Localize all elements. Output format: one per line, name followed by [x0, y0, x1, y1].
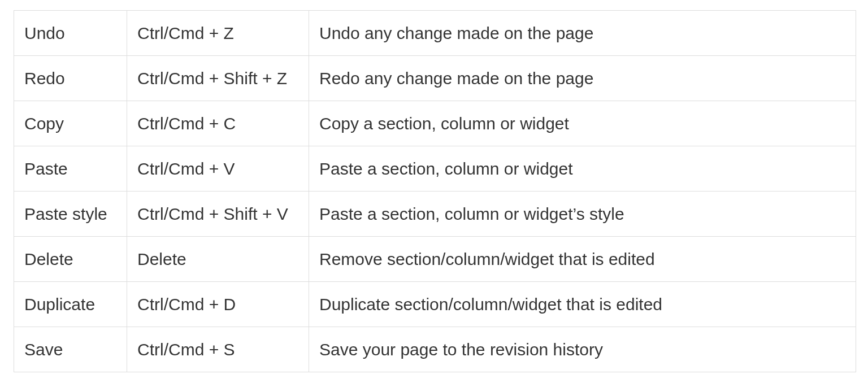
description-cell: Undo any change made on the page — [309, 11, 856, 56]
shortcut-cell: Ctrl/Cmd + Shift + V — [127, 192, 309, 237]
action-cell: Paste — [14, 146, 127, 192]
table-row: Undo Ctrl/Cmd + Z Undo any change made o… — [14, 11, 856, 56]
shortcut-cell: Ctrl/Cmd + S — [127, 327, 309, 372]
table-row: Delete Delete Remove section/column/widg… — [14, 237, 856, 282]
action-cell: Undo — [14, 11, 127, 56]
action-cell: Redo — [14, 56, 127, 101]
description-cell: Save your page to the revision history — [309, 327, 856, 372]
shortcuts-table: Undo Ctrl/Cmd + Z Undo any change made o… — [14, 10, 856, 372]
table-row: Save Ctrl/Cmd + S Save your page to the … — [14, 327, 856, 372]
table-row: Duplicate Ctrl/Cmd + D Duplicate section… — [14, 282, 856, 327]
action-cell: Save — [14, 327, 127, 372]
shortcut-cell: Ctrl/Cmd + C — [127, 101, 309, 146]
description-cell: Duplicate section/column/widget that is … — [309, 282, 856, 327]
action-cell: Paste style — [14, 192, 127, 237]
description-cell: Remove section/column/widget that is edi… — [309, 237, 856, 282]
table-row: Paste style Ctrl/Cmd + Shift + V Paste a… — [14, 192, 856, 237]
action-cell: Duplicate — [14, 282, 127, 327]
table-row: Redo Ctrl/Cmd + Shift + Z Redo any chang… — [14, 56, 856, 101]
action-cell: Copy — [14, 101, 127, 146]
description-cell: Paste a section, column or widget — [309, 146, 856, 192]
shortcut-cell: Delete — [127, 237, 309, 282]
description-cell: Redo any change made on the page — [309, 56, 856, 101]
action-cell: Delete — [14, 237, 127, 282]
description-cell: Copy a section, column or widget — [309, 101, 856, 146]
shortcut-cell: Ctrl/Cmd + V — [127, 146, 309, 192]
table-row: Copy Ctrl/Cmd + C Copy a section, column… — [14, 101, 856, 146]
description-cell: Paste a section, column or widget’s styl… — [309, 192, 856, 237]
table-row: Paste Ctrl/Cmd + V Paste a section, colu… — [14, 146, 856, 192]
shortcut-cell: Ctrl/Cmd + D — [127, 282, 309, 327]
shortcut-cell: Ctrl/Cmd + Shift + Z — [127, 56, 309, 101]
shortcut-cell: Ctrl/Cmd + Z — [127, 11, 309, 56]
